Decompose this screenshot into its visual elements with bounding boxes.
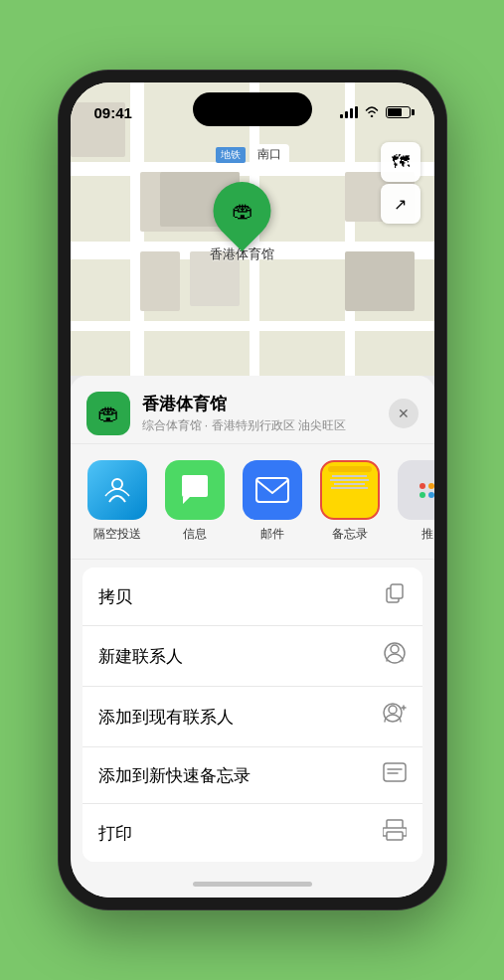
svg-rect-3 xyxy=(391,584,403,598)
svg-rect-14 xyxy=(387,832,403,840)
notes-action[interactable]: 备忘录 xyxy=(315,460,385,543)
copy-menu-item[interactable]: 拷贝 xyxy=(83,568,422,626)
airdrop-label: 隔空投送 xyxy=(93,526,141,543)
messages-action[interactable]: 信息 xyxy=(160,460,230,543)
messages-icon xyxy=(165,460,225,520)
quick-note-label: 添加到新快速备忘录 xyxy=(98,764,251,787)
more-icon xyxy=(398,460,434,520)
mail-label: 邮件 xyxy=(260,526,284,543)
subway-icon: 地铁 xyxy=(216,147,246,163)
menu-list: 拷贝 新建联系人 xyxy=(83,568,422,862)
pin-circle: 🏟 xyxy=(201,170,282,251)
venue-subtitle: 综合体育馆 · 香港特别行政区 油尖旺区 xyxy=(142,417,377,434)
share-actions-row: 隔空投送 信息 xyxy=(71,444,434,560)
print-label: 打印 xyxy=(98,822,132,845)
add-contact-menu-item[interactable]: 添加到现有联系人 xyxy=(83,687,422,747)
home-indicator xyxy=(71,870,434,898)
location-arrow-icon: ↗ xyxy=(394,195,407,214)
svg-point-0 xyxy=(112,479,122,489)
add-contact-icon xyxy=(383,702,407,732)
add-contact-label: 添加到现有联系人 xyxy=(98,706,234,729)
copy-label: 拷贝 xyxy=(98,585,132,608)
bottom-sheet: 🏟 香港体育馆 综合体育馆 · 香港特别行政区 油尖旺区 ✕ xyxy=(71,376,434,898)
location-pin: 🏟 香港体育馆 xyxy=(210,182,274,263)
dynamic-island xyxy=(193,92,312,126)
svg-rect-10 xyxy=(384,763,406,781)
airdrop-action[interactable]: 隔空投送 xyxy=(83,460,152,543)
airdrop-icon xyxy=(87,460,147,520)
venue-name: 香港体育馆 xyxy=(142,393,377,415)
copy-icon xyxy=(385,582,407,610)
home-bar xyxy=(193,882,312,887)
svg-point-6 xyxy=(389,706,397,714)
svg-rect-13 xyxy=(387,820,403,828)
stadium-icon: 🏟 xyxy=(232,198,253,224)
close-button[interactable]: ✕ xyxy=(389,399,419,428)
sheet-title-area: 香港体育馆 综合体育馆 · 香港特别行政区 油尖旺区 xyxy=(142,393,377,434)
new-contact-menu-item[interactable]: 新建联系人 xyxy=(83,626,422,687)
phone-screen: 09:41 xyxy=(71,82,434,898)
more-action[interactable]: 推 xyxy=(393,460,434,543)
notes-icon xyxy=(320,460,380,520)
more-label: 推 xyxy=(421,526,433,543)
entrance-label: 南口 xyxy=(250,144,289,165)
messages-label: 信息 xyxy=(183,526,207,543)
map-type-icon: 🗺 xyxy=(392,152,410,173)
wifi-icon xyxy=(364,105,380,120)
status-icons xyxy=(340,105,411,120)
print-menu-item[interactable]: 打印 xyxy=(83,804,422,862)
status-time: 09:41 xyxy=(94,104,132,121)
svg-point-4 xyxy=(391,645,399,653)
mail-icon xyxy=(243,460,302,520)
print-icon xyxy=(383,819,407,847)
signal-bars-icon xyxy=(340,106,358,118)
battery-icon xyxy=(386,106,411,118)
svg-rect-1 xyxy=(256,478,288,502)
new-contact-label: 新建联系人 xyxy=(98,645,183,668)
close-icon: ✕ xyxy=(398,406,410,421)
map-type-button[interactable]: 🗺 xyxy=(381,142,420,182)
map-controls: 🗺 ↗ xyxy=(381,142,420,224)
location-button[interactable]: ↗ xyxy=(381,184,420,224)
venue-icon: 🏟 xyxy=(86,392,130,435)
quick-note-menu-item[interactable]: 添加到新快速备忘录 xyxy=(83,747,422,804)
phone-frame: 09:41 xyxy=(59,71,446,909)
new-contact-icon xyxy=(383,641,407,671)
quick-note-icon xyxy=(383,762,407,788)
mail-action[interactable]: 邮件 xyxy=(238,460,307,543)
notes-label: 备忘录 xyxy=(332,526,368,543)
sheet-header: 🏟 香港体育馆 综合体育馆 · 香港特别行政区 油尖旺区 ✕ xyxy=(71,376,434,444)
